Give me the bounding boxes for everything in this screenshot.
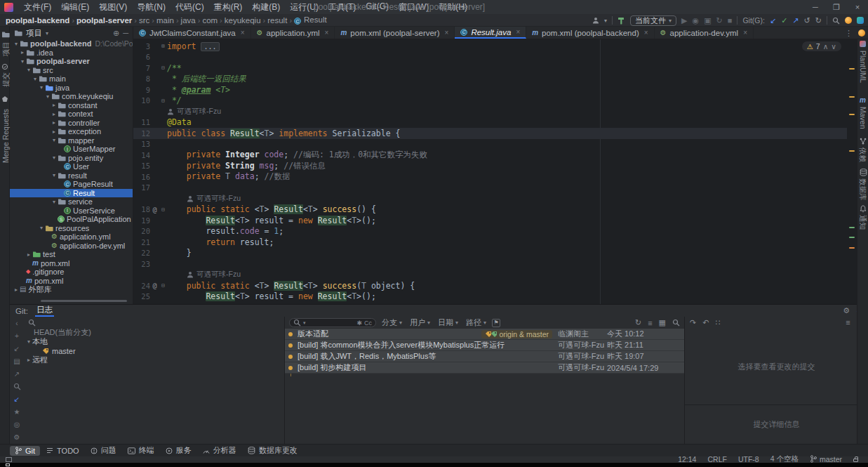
maximize-button[interactable]: ❐ — [826, 0, 847, 14]
next-warning-icon[interactable]: ∨ — [831, 42, 836, 51]
dependencies-icon[interactable] — [860, 138, 867, 145]
code-line-17[interactable]: 17 — [133, 183, 857, 194]
fold-marker[interactable]: ⊟ — [159, 98, 167, 104]
tree-item-poolpal-backend[interactable]: ▾poolpal-backendD:\Code\PoolPal-ba — [10, 39, 133, 48]
code-line-15[interactable]: 15 private String msg; //错误信息 — [133, 161, 857, 172]
run-icon[interactable]: ▶ — [681, 16, 687, 25]
tool-window-button-maven[interactable]: Maven — [859, 107, 867, 129]
tree-item-UserMapper[interactable]: IUserMapper — [10, 145, 133, 154]
tree-item-mapper[interactable]: ▾mapper — [10, 136, 133, 145]
expand-all-icon[interactable]: ≡ — [846, 318, 850, 327]
branch-item-[interactable]: ▸远程 — [24, 355, 284, 364]
code-line-7[interactable]: 7⊟/** — [133, 63, 857, 74]
tool-window-button-终端[interactable]: 终端 — [123, 445, 159, 456]
tree-toggle-icon[interactable]: ▾ — [44, 93, 51, 100]
tree-toggle-icon[interactable]: ▸ — [25, 251, 32, 258]
code-line-13[interactable]: 13 — [133, 139, 857, 150]
tree-toggle-icon[interactable]: ▾ — [19, 58, 26, 65]
tree-toggle-icon[interactable]: ▾ — [38, 225, 45, 231]
debug-icon[interactable]: ◉ — [693, 16, 700, 25]
breadcrumb-item[interactable]: CResult — [294, 15, 327, 25]
commit-icon[interactable] — [1, 63, 8, 70]
code-line-9[interactable]: 9 * @param <T> — [133, 84, 857, 96]
folder-icon[interactable] — [1, 31, 10, 38]
tree-toggle-icon[interactable]: ▾ — [13, 41, 20, 47]
tree-toggle-icon[interactable]: ▸ — [19, 49, 26, 55]
tree-item-.gitignore[interactable]: ◆.gitignore — [10, 268, 133, 277]
breadcrumb-item[interactable]: keyukeqiu — [225, 16, 261, 25]
regex-grid-icon[interactable]: ▦ — [659, 318, 666, 327]
tree-item-main[interactable]: ▾main — [10, 74, 133, 84]
tree-toggle-icon[interactable]: ▾ — [25, 67, 32, 73]
pin-icon[interactable]: ↙ — [14, 395, 20, 403]
git-log-tab[interactable]: 日志 — [35, 305, 54, 317]
tree-toggle-icon[interactable]: ▸ — [51, 111, 58, 117]
tree-item-PoolPalApplication[interactable]: SPoolPalApplication — [10, 215, 133, 224]
log-filter-用户[interactable]: 用户▾ — [410, 317, 430, 328]
tool-window-button-服务[interactable]: 服务 — [161, 445, 196, 456]
locate-file-icon[interactable]: ⊕ — [113, 29, 119, 38]
gear-icon[interactable]: ⚙ — [14, 433, 20, 441]
commit-icon[interactable]: ✓ — [781, 16, 787, 25]
log-filter-日期[interactable]: 日期▾ — [438, 317, 458, 328]
tree-toggle-icon[interactable]: ▸ — [51, 119, 58, 126]
arrow-down-left-icon[interactable]: ↙ — [14, 345, 20, 353]
line-ending[interactable]: CRLF — [707, 455, 726, 463]
commit-search-input[interactable]: ▾ ✱ Cc — [289, 318, 376, 327]
coverage-icon[interactable]: ▣ — [704, 16, 711, 25]
tree-item-constant[interactable]: ▸constant — [10, 101, 133, 110]
code-line-20[interactable]: 20 result.code = 1; — [133, 226, 857, 237]
gear-icon[interactable]: ⚙ — [843, 306, 850, 315]
hide-panel-icon[interactable]: ─ — [123, 29, 128, 37]
tool-window-button-git[interactable]: Git — [10, 446, 40, 456]
tree-toggle-icon[interactable]: ▾ — [25, 338, 32, 345]
menu-item[interactable]: 编辑(E) — [56, 1, 94, 13]
git-branch-widget[interactable]: master — [810, 455, 842, 463]
tree-item-exception[interactable]: ▸exception — [10, 127, 133, 136]
editor-tab-application.yml[interactable]: ⚙application.yml× — [251, 27, 335, 39]
tree-item-pojo.entity[interactable]: ▾pojo.entity — [10, 154, 133, 163]
plugin-orange-icon[interactable] — [845, 17, 852, 24]
log-filter-分支[interactable]: 分支▾ — [382, 317, 402, 328]
code-line-25[interactable]: 25 Result<T> result = new Result<T>(); — [133, 291, 857, 303]
tool-window-button-数据库[interactable]: 数据库 — [857, 178, 867, 201]
tree-item-application.yml[interactable]: ⚙application.yml — [10, 232, 133, 242]
tree-item-Result[interactable]: CResult — [10, 189, 133, 198]
tree-item-pom.xml[interactable]: mpom.xml — [10, 259, 133, 268]
caret-position[interactable]: 12:14 — [678, 455, 696, 463]
branch-search-row[interactable] — [24, 317, 284, 328]
commit-refs-badge[interactable]: origin & master — [481, 330, 552, 338]
tree-item-service[interactable]: ▾service — [10, 197, 133, 206]
author-inlay[interactable]: 可遇可球-Fzu — [187, 270, 241, 279]
tree-toggle-icon[interactable]: ▾ — [51, 172, 58, 178]
menu-item[interactable]: 代码(C) — [171, 1, 209, 13]
tree-item-UserService[interactable]: IUserService — [10, 206, 133, 216]
breadcrumb-item[interactable]: java — [181, 16, 196, 25]
code-line-10[interactable]: 10⊟ */ — [133, 96, 857, 107]
tree-toggle-icon[interactable]: ▸ — [51, 102, 58, 108]
plantuml-icon[interactable] — [860, 41, 866, 47]
group-by-icon[interactable]: ∷ — [715, 318, 720, 327]
tab-close-icon[interactable]: × — [325, 29, 329, 37]
tool-window-button-依赖[interactable]: 依赖 — [857, 147, 867, 162]
tree-item-poolpal-server[interactable]: ▾poolpal-server — [10, 57, 133, 66]
tree-toggle-icon[interactable]: ▸ — [25, 357, 32, 363]
collapse-icon[interactable]: ‹ — [15, 320, 18, 327]
arrow-up-right-icon[interactable]: ↗ — [14, 370, 20, 378]
refresh-icon[interactable]: ↻ — [635, 318, 641, 327]
stripe-mark[interactable] — [849, 68, 855, 70]
code-line-19[interactable]: 19 Result<T> result = new Result<T>(); — [133, 215, 857, 226]
update-project-icon[interactable]: ↙ — [770, 16, 776, 25]
star-icon[interactable]: ★ — [14, 408, 20, 416]
tree-horizontal-scrollbar[interactable] — [41, 300, 127, 302]
stripe-mark[interactable] — [849, 114, 855, 115]
tree-toggle-icon[interactable]: ▾ — [38, 84, 45, 91]
build-hammer-icon[interactable] — [617, 17, 625, 25]
maven-letter-icon[interactable]: m — [860, 97, 866, 104]
prev-warning-icon[interactable]: ∧ — [823, 42, 829, 51]
code-line-12[interactable]: 12public class Result<T> implements Seri… — [133, 128, 857, 139]
editor-tab-pom.xml-poolpal-backend-[interactable]: mpom.xml (poolpal-backend)× — [526, 27, 654, 39]
code-line-14[interactable]: 14 private Integer code; //编码: 1成功，0和其它数… — [133, 150, 857, 161]
log-filter-路径[interactable]: 路径▾ — [466, 317, 486, 328]
tab-close-icon[interactable]: × — [743, 29, 747, 37]
